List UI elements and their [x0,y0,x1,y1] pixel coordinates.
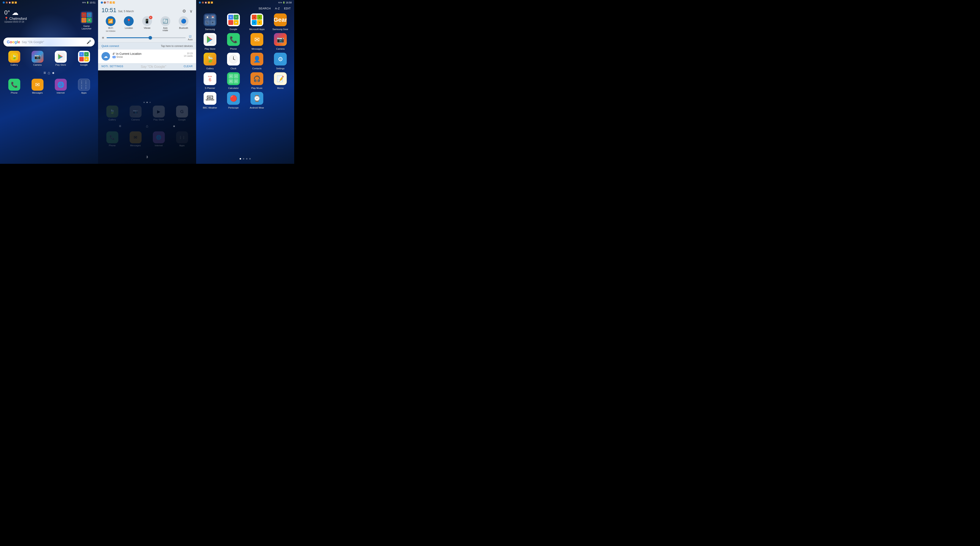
dimmed-google: G Google [171,105,193,121]
drawer-playstore[interactable]: Play Store [200,33,220,50]
drawer-camera-icon: 📷 [274,33,287,46]
quick-connect-tap-text: Tap here to connect devices [161,45,193,48]
drawer-playmusic-label: Play Music [251,87,262,89]
drawer-messages[interactable]: ✉ Messages [247,33,267,50]
drawer-dot-1 [240,158,241,159]
drawer-phone[interactable]: 📞 Phone [223,33,244,50]
drawer-bt-icon: 🔵 [199,2,201,4]
drawer-playmusic-icon: 🎧 [250,72,263,85]
notif-signal-icon: 📶 [110,2,112,4]
bluetooth-toggle[interactable]: 🔵 Bluetooth [179,16,188,32]
expand-icon[interactable]: ∨ [189,8,193,14]
notif-time-right: 10:15 [184,52,193,55]
drawer-contacts[interactable]: 👤 Contacts [247,53,267,70]
wifi-toggle[interactable]: 📶 Wi-Fi SKYEB684 [106,16,116,32]
drawer-app-grid: 📋 📅 📞 ⚙ Samsung G M 📍 📧 Google [196,12,294,111]
camera-label: Camera [33,64,41,66]
drawer-calculator-label: Calculator [228,87,239,89]
drawer-contacts-label: Contacts [252,67,261,70]
phone-app-icon: 📞 [8,79,20,91]
dimmed-internet: 🌐 Internet [148,131,169,147]
home-app-gallery[interactable]: 🍃 Gallery [3,51,25,66]
drawer-camera[interactable]: 📷 Camera [270,33,291,50]
messages-label: Messages [32,91,43,94]
drawer-header: SEARCH A-Z EDIT [196,5,294,12]
drawer-dot-4 [249,158,251,159]
drawer-google[interactable]: G M 📍 📧 Google [223,13,244,30]
apps-launcher-icon: ⋮⋮⋮⋮ [78,79,90,91]
location-toggle-icon: 📍 [126,19,132,24]
gallery-label: Gallery [10,64,18,66]
battery-icon: 🔋 [87,2,89,4]
dimmed-playstore: ▶ Play Store [148,105,169,121]
settings-gear-icon[interactable]: ⚙ [182,8,186,14]
drawer-settings[interactable]: ⚙ Settings [270,53,291,70]
dimmed-background-apps: 🍃 Gallery 📷 Camera ▶ Play Store G Google… [98,101,196,164]
dimmed-gallery: 🍃 Gallery [102,105,123,121]
menu-btn[interactable]: ≡ [43,70,46,75]
playstore-label: Play Store [55,64,66,66]
gallery-app-icon: 🍃 [8,51,20,63]
home-btn[interactable]: ⌂ [48,70,50,75]
drawer-gallery[interactable]: 🍃 Gallery [200,53,220,70]
drawer-clock[interactable]: Clock [223,53,244,70]
weather-notification-card[interactable]: ☁ 4° in Current Location G Snow 10:15 14… [98,49,196,63]
drawer-bbc-weather[interactable]: BBC WEATHER BBC Weather [200,92,220,109]
home-time: 10:51 [89,1,95,4]
notif-action-bar: NOTI. SETTINGS Say "Ok Google" CLEAR [98,63,196,70]
bluetooth-toggle-label: Bluetooth [179,27,188,29]
clear-notifications-btn[interactable]: CLEAR [183,65,193,68]
silent-icon: 🔕 [6,2,8,4]
drawer-samsung[interactable]: 📋 📅 📞 ⚙ Samsung [200,13,220,30]
noti-settings-btn[interactable]: NOTI. SETTINGS [102,65,123,68]
drawer-memo-label: Memo [277,87,284,89]
dock-phone[interactable]: 📞 Phone [3,79,25,94]
microphone-icon[interactable]: 🎤 [87,40,91,45]
google-search-bar[interactable]: Google Say "Ok Google" 🎤 [3,38,95,46]
home-app-playstore[interactable]: Play Store [50,51,72,66]
location-toggle[interactable]: 📍 Location [124,16,134,32]
home-app-camera[interactable]: 📷 Camera [27,51,48,66]
app-drawer-panel: 🔵 🔕 ⏰ 📶 📶 81% 🔋 16:58 SEARCH A-Z EDIT 📋 … [196,0,294,164]
notif-time: 10:51 [102,7,116,14]
google-folder-label: Google [230,28,237,30]
notif-title: 4° in Current Location [113,52,181,56]
vibrate-toggle[interactable]: 📳 ✕ Vibrate [142,16,152,32]
alarm-icon: ⏰ [8,2,11,4]
vibrate-x-badge: ✕ [149,16,153,19]
drawer-calculator[interactable]: + − × ÷ Calculator [223,72,244,89]
edit-btn[interactable]: EDIT [284,7,291,10]
samsung-gear-icon: Gear [274,13,287,26]
notif-wifi-icon-status: 📶 [113,2,115,4]
dock-apps[interactable]: ⋮⋮⋮⋮ Apps [73,79,95,94]
search-btn[interactable]: SEARCH [259,7,271,10]
brightness-slider[interactable] [107,37,186,38]
autorotate-toggle[interactable]: 🔄 Autorotate [161,16,170,32]
drawer-microsoft[interactable]: ▪ ▪ ▪ ▪ Microsoft Apps [247,13,267,30]
drawer-memo-icon: 📝 [274,72,287,85]
cloud-icon: ☁ [103,54,108,59]
drawer-periscope[interactable]: 🔴 Periscope [223,92,244,109]
drawer-android-wear[interactable]: ⌚ Android Wear [247,92,267,109]
drawer-silent-icon: 🔕 [202,2,204,4]
quick-connect-label: Quick connect [102,45,119,48]
drawer-playstore-icon [204,33,216,46]
drawer-samsung-gear[interactable]: Gear Samsung Gear [270,13,291,30]
autorotate-icon: 🔄 [163,19,168,24]
drawer-memo[interactable]: 📝 Memo [270,72,291,89]
drawer-bbc-icon: BBC WEATHER [204,92,216,105]
quick-toggles: 📶 Wi-Fi SKYEB684 📍 Location 📳 ✕ Vibrate [98,14,196,34]
drawer-splanner[interactable]: SUN 6 S Planner [200,72,220,89]
svg-text:🍃: 🍃 [11,54,17,59]
home-app-google[interactable]: G M 📍 📧 Google [73,51,95,66]
drawer-playmusic[interactable]: 🎧 Play Music [247,72,267,89]
game-launcher-icon[interactable]: 🎮 ❌ 👾 🎯 GameLauncher [80,11,93,30]
dock-internet[interactable]: 🌐 Internet [50,79,72,94]
quick-connect-bar[interactable]: Quick connect Tap here to connect device… [98,43,196,49]
drawer-time: 16:58 [286,1,292,4]
dock-messages[interactable]: ✉ Messages [27,79,48,94]
google-search-placeholder: Say "Ok Google" [22,40,85,44]
brightness-fill [107,37,150,38]
internet-app-icon: 🌐 [55,79,67,91]
az-sort-btn[interactable]: A-Z [275,7,280,10]
